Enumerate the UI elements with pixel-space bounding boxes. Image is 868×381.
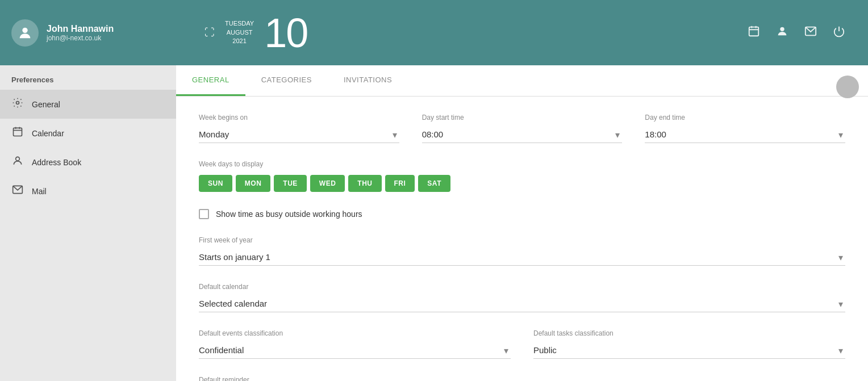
day-end-group: Day end time 18:00 17:00 19:00 ▾ <box>645 114 845 143</box>
time-settings-row: Week begins on Monday Sunday Tuesday ▾ D… <box>199 114 845 143</box>
calendar-icon[interactable] <box>748 25 760 40</box>
tasks-classification-select-wrapper: Public Private Confidential ▾ <box>533 342 845 359</box>
default-reminder-label: Default reminder <box>199 376 845 381</box>
day-start-select-wrapper: 08:00 07:00 09:00 ▾ <box>422 126 623 143</box>
week-begins-group: Week begins on Monday Sunday Tuesday ▾ <box>199 114 399 143</box>
calendar-sidebar-icon <box>11 126 24 140</box>
svg-rect-8 <box>14 128 22 136</box>
address-book-icon <box>11 155 24 169</box>
events-classification-select-wrapper: Confidential Public Private ▾ <box>199 342 511 359</box>
tasks-classification-label: Default tasks classification <box>533 329 845 337</box>
first-week-group: First week of year Starts on january 1 F… <box>199 236 845 266</box>
svg-point-0 <box>22 27 27 32</box>
svg-rect-1 <box>749 27 759 36</box>
week-days-buttons: SUN MON TUE WED THU FRI SAT <box>199 175 845 192</box>
tab-invitations[interactable]: INVITATIONS <box>328 65 408 96</box>
app-body: Preferences General Calendar Address Boo… <box>0 65 868 381</box>
events-classification-select[interactable]: Confidential Public Private <box>199 342 511 359</box>
sidebar-item-general[interactable]: General <box>0 90 176 119</box>
scroll-indicator[interactable] <box>836 76 859 98</box>
preferences-tabs: GENERAL CATEGORIES INVITATIONS <box>176 65 868 97</box>
week-begins-select[interactable]: Monday Sunday Tuesday <box>199 126 399 143</box>
show-busy-label: Show time as busy outside working hours <box>216 210 362 219</box>
day-start-label: Day start time <box>422 114 623 122</box>
week-days-label: Week days to display <box>199 160 845 168</box>
user-info: John Hannawin john@i-next.co.uk <box>47 24 114 42</box>
default-calendar-select[interactable]: Selected calendar <box>199 295 845 312</box>
week-days-section: Week days to display SUN MON TUE WED THU… <box>199 160 845 192</box>
mail-icon[interactable] <box>804 25 817 40</box>
default-calendar-row: Default calendar Selected calendar ▾ <box>199 283 845 312</box>
first-week-label: First week of year <box>199 236 845 244</box>
tasks-classification-group: Default tasks classification Public Priv… <box>533 329 845 359</box>
first-week-select-wrapper: Starts on january 1 First 4-day week Fir… <box>199 249 845 266</box>
sidebar-calendar-label: Calendar <box>32 129 64 138</box>
show-busy-row: Show time as busy outside working hours <box>199 209 845 219</box>
date-section: ⛶ TUESDAY AUGUST 2021 10 <box>187 12 748 53</box>
day-btn-tue[interactable]: TUE <box>274 175 307 192</box>
sidebar-item-calendar[interactable]: Calendar <box>0 119 176 148</box>
sidebar: Preferences General Calendar Address Boo… <box>0 65 176 381</box>
events-classification-group: Default events classification Confidenti… <box>199 329 511 359</box>
first-week-select[interactable]: Starts on january 1 First 4-day week Fir… <box>199 249 845 266</box>
sidebar-general-label: General <box>32 100 60 109</box>
header-actions <box>748 25 857 40</box>
day-btn-wed[interactable]: WED <box>310 175 345 192</box>
day-btn-thu[interactable]: THU <box>348 175 381 192</box>
sidebar-item-address-book[interactable]: Address Book <box>0 148 176 177</box>
main-content: GENERAL CATEGORIES INVITATIONS Week begi… <box>176 65 868 381</box>
gear-icon <box>11 97 24 111</box>
sidebar-address-book-label: Address Book <box>32 158 81 167</box>
day-btn-sun[interactable]: SUN <box>199 175 232 192</box>
week-begins-label: Week begins on <box>199 114 399 122</box>
default-reminder-group: Default reminder No reminder 5 minutes 1… <box>199 376 845 381</box>
sidebar-mail-label: Mail <box>32 187 47 196</box>
month: AUGUST <box>225 28 254 37</box>
svg-point-7 <box>16 102 19 104</box>
tab-content: Week begins on Monday Sunday Tuesday ▾ D… <box>176 97 868 381</box>
power-icon[interactable] <box>833 25 845 40</box>
day-of-week: TUESDAY <box>225 19 254 28</box>
year: 2021 <box>225 37 254 45</box>
svg-point-12 <box>16 157 20 161</box>
expand-icon[interactable]: ⛶ <box>205 27 215 39</box>
day-start-group: Day start time 08:00 07:00 09:00 ▾ <box>422 114 623 143</box>
user-section: John Hannawin john@i-next.co.uk <box>11 19 187 47</box>
default-calendar-select-wrapper: Selected calendar ▾ <box>199 295 845 312</box>
first-week-row: First week of year Starts on january 1 F… <box>199 236 845 266</box>
default-reminder-row: Default reminder No reminder 5 minutes 1… <box>199 376 845 381</box>
day-number: 10 <box>264 12 307 53</box>
default-calendar-label: Default calendar <box>199 283 845 291</box>
show-busy-checkbox[interactable] <box>199 209 209 219</box>
week-begins-select-wrapper: Monday Sunday Tuesday ▾ <box>199 126 399 143</box>
mail-sidebar-icon <box>11 184 24 198</box>
day-start-select[interactable]: 08:00 07:00 09:00 <box>422 126 623 143</box>
sidebar-item-mail[interactable]: Mail <box>0 177 176 206</box>
tab-general[interactable]: GENERAL <box>176 65 245 96</box>
day-btn-sat[interactable]: SAT <box>418 175 450 192</box>
contacts-icon[interactable] <box>776 25 788 40</box>
day-btn-mon[interactable]: MON <box>236 175 271 192</box>
avatar <box>11 19 39 47</box>
classification-row: Default events classification Confidenti… <box>199 329 845 359</box>
day-btn-fri[interactable]: FRI <box>385 175 415 192</box>
user-name: John Hannawin <box>47 24 114 34</box>
user-email: john@i-next.co.uk <box>47 34 114 42</box>
app-header: John Hannawin john@i-next.co.uk ⛶ TUESDA… <box>0 0 868 65</box>
svg-point-5 <box>780 27 784 31</box>
tasks-classification-select[interactable]: Public Private Confidential <box>533 342 845 359</box>
day-end-select-wrapper: 18:00 17:00 19:00 ▾ <box>645 126 845 143</box>
events-classification-label: Default events classification <box>199 329 511 337</box>
day-end-select[interactable]: 18:00 17:00 19:00 <box>645 126 845 143</box>
day-end-label: Day end time <box>645 114 845 122</box>
sidebar-section-label: Preferences <box>0 65 176 90</box>
date-block: TUESDAY AUGUST 2021 <box>225 19 254 45</box>
tab-categories[interactable]: CATEGORIES <box>245 65 328 96</box>
default-calendar-group: Default calendar Selected calendar ▾ <box>199 283 845 312</box>
